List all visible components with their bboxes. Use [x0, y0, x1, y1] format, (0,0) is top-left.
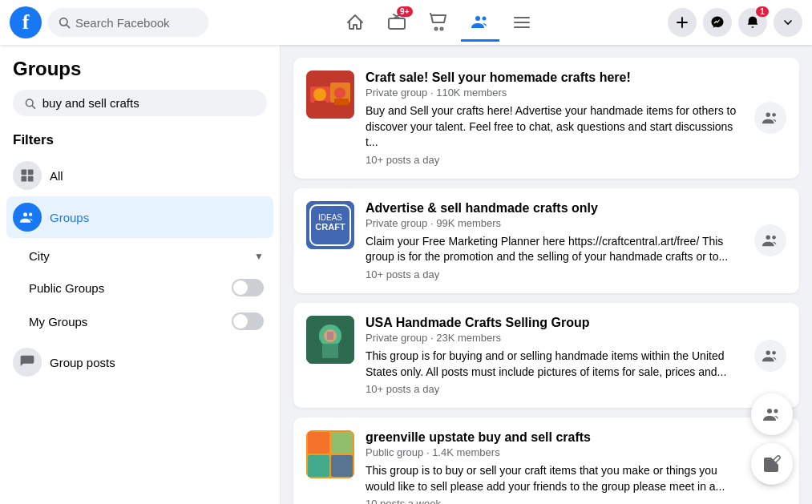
- card-action-3: [754, 340, 786, 372]
- svg-line-1: [67, 25, 70, 28]
- card-meta-1: Private group · 110K members: [366, 87, 743, 99]
- card-meta-3: Private group · 23K members: [366, 332, 743, 344]
- sidebar: Groups buy and sell crafts Filters All G…: [0, 45, 281, 504]
- card-meta-4: Public group · 1.4K members: [366, 446, 743, 458]
- fab-groups[interactable]: [751, 393, 793, 435]
- join-group-button-3[interactable]: [754, 340, 786, 372]
- svg-point-4: [440, 28, 442, 30]
- nav-center: 9+: [215, 3, 661, 42]
- svg-line-11: [32, 105, 34, 107]
- sub-filter-my-groups[interactable]: My Groups: [19, 304, 273, 338]
- sub-filters: City ▼ Public Groups My Groups: [19, 241, 273, 338]
- svg-rect-13: [28, 170, 34, 175]
- messenger-button[interactable]: [703, 8, 732, 37]
- card-desc-4: This group is to buy or sell your craft …: [366, 463, 743, 494]
- join-group-button-1[interactable]: [754, 102, 786, 134]
- svg-point-32: [772, 236, 776, 240]
- card-desc-1: Buy and Sell your crafts here! Advertise…: [366, 103, 743, 151]
- sub-filter-public-groups-label: Public Groups: [29, 281, 104, 295]
- filter-group-posts[interactable]: Group posts: [6, 341, 273, 383]
- filter-groups-label: Groups: [50, 211, 89, 224]
- nav-left: f Search Facebook: [10, 6, 208, 38]
- nav-home-button[interactable]: [336, 3, 374, 42]
- sidebar-search-icon: [24, 97, 36, 110]
- chevron-down-icon: ▼: [254, 251, 264, 262]
- nav-menu-button[interactable]: [503, 3, 541, 42]
- group-avatar-4: [306, 430, 354, 478]
- sub-filter-my-groups-label: My Groups: [29, 315, 87, 329]
- result-card-4[interactable]: greenville upstate buy and sell crafts P…: [293, 417, 799, 504]
- account-menu-button[interactable]: [774, 8, 802, 37]
- nav-marketplace-button[interactable]: [419, 3, 458, 42]
- search-icon: [58, 16, 71, 29]
- notifications-badge: 1: [756, 6, 769, 17]
- svg-point-22: [334, 87, 345, 99]
- card-desc-3: This group is for buying and or selling …: [366, 349, 743, 380]
- watch-badge: 9+: [397, 6, 412, 17]
- facebook-logo[interactable]: f: [10, 6, 42, 38]
- card-body-4: greenville upstate buy and sell crafts P…: [366, 430, 743, 504]
- card-meta-2: Private group · 99K members: [366, 217, 743, 229]
- card-activity-2: 10+ posts a day: [366, 268, 743, 280]
- search-placeholder: Search Facebook: [75, 16, 170, 30]
- svg-point-3: [434, 28, 437, 30]
- sub-filter-public-groups[interactable]: Public Groups: [19, 271, 273, 304]
- svg-rect-35: [322, 344, 338, 358]
- svg-rect-42: [331, 432, 353, 454]
- card-body-2: Advertise & sell handmade crafts only Pr…: [366, 201, 743, 280]
- notifications-button[interactable]: 1: [738, 8, 767, 37]
- my-groups-toggle[interactable]: [232, 312, 264, 330]
- result-card-2[interactable]: CRAFT IDEAS Advertise & sell handmade cr…: [293, 188, 799, 293]
- svg-text:CRAFT: CRAFT: [315, 222, 345, 232]
- svg-rect-37: [327, 332, 333, 340]
- global-search-box[interactable]: Search Facebook: [48, 8, 208, 37]
- card-title-4: greenville upstate buy and sell crafts: [366, 430, 743, 445]
- card-action-2: [754, 224, 786, 256]
- svg-rect-2: [389, 18, 405, 29]
- filter-groups[interactable]: Groups: [6, 196, 273, 238]
- svg-point-16: [23, 212, 27, 216]
- nav-groups-button[interactable]: [461, 3, 499, 42]
- fab-container: [751, 393, 793, 485]
- sub-filter-city[interactable]: City ▼: [19, 241, 273, 271]
- nav-watch-button[interactable]: 9+: [378, 3, 416, 42]
- svg-rect-14: [22, 176, 27, 182]
- fab-compose[interactable]: [751, 443, 793, 485]
- svg-point-17: [29, 213, 32, 216]
- group-avatar-2: CRAFT IDEAS: [306, 201, 354, 249]
- card-body-1: Craft sale! Sell your homemade crafts he…: [366, 71, 743, 166]
- svg-point-21: [313, 88, 326, 101]
- result-card-3[interactable]: USA Handmade Crafts Selling Group Privat…: [293, 303, 799, 408]
- svg-rect-12: [22, 170, 27, 175]
- svg-point-31: [766, 236, 771, 240]
- card-body-3: USA Handmade Crafts Selling Group Privat…: [366, 316, 743, 395]
- create-button[interactable]: [668, 8, 697, 37]
- svg-rect-44: [331, 455, 353, 477]
- svg-rect-15: [28, 176, 34, 182]
- main-layout: Groups buy and sell crafts Filters All G…: [0, 45, 812, 504]
- card-title-3: USA Handmade Crafts Selling Group: [366, 316, 743, 330]
- svg-text:IDEAS: IDEAS: [318, 212, 342, 221]
- result-card-1[interactable]: Craft sale! Sell your homemade crafts he…: [293, 58, 799, 179]
- svg-rect-23: [314, 101, 326, 109]
- svg-rect-41: [308, 432, 329, 454]
- public-groups-toggle[interactable]: [232, 279, 264, 296]
- svg-rect-43: [308, 455, 329, 477]
- svg-point-48: [774, 409, 778, 413]
- card-desc-2: Claim your Free Marketing Planner here h…: [366, 234, 743, 265]
- card-action-1: [754, 102, 786, 134]
- card-activity-3: 10+ posts a day: [366, 383, 743, 395]
- sidebar-title: Groups: [6, 58, 273, 90]
- svg-point-6: [482, 16, 486, 20]
- fb-logo-letter: f: [22, 10, 30, 34]
- filter-all-label: All: [50, 169, 63, 183]
- join-group-button-2[interactable]: [754, 224, 786, 256]
- svg-point-39: [772, 351, 776, 355]
- svg-rect-24: [334, 99, 349, 105]
- filters-label: Filters: [6, 129, 273, 155]
- groups-search-box[interactable]: buy and sell crafts: [13, 90, 267, 116]
- groups-search-input[interactable]: buy and sell crafts: [42, 96, 256, 110]
- top-navigation: f Search Facebook 9+: [0, 0, 812, 45]
- sub-filter-city-label: City: [29, 249, 50, 263]
- filter-all[interactable]: All: [6, 155, 273, 196]
